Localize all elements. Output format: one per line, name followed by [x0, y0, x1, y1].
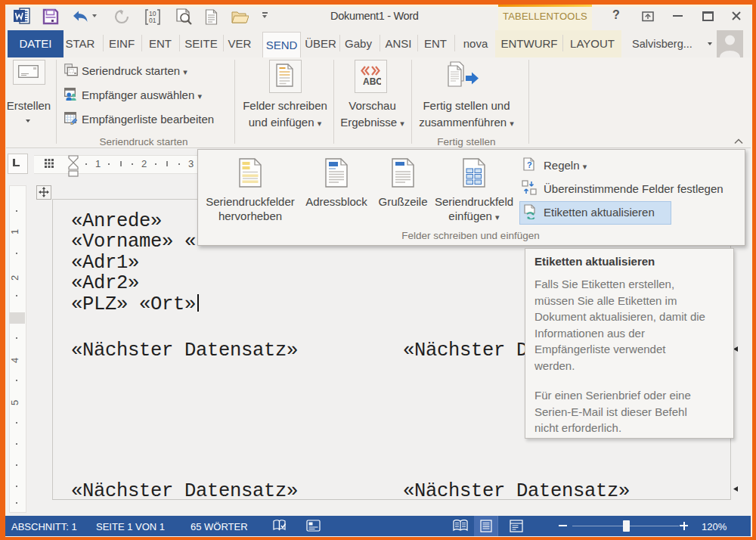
- svg-text:?: ?: [527, 160, 532, 169]
- svg-text:ABC: ABC: [363, 76, 381, 86]
- svg-text:01: 01: [149, 17, 156, 24]
